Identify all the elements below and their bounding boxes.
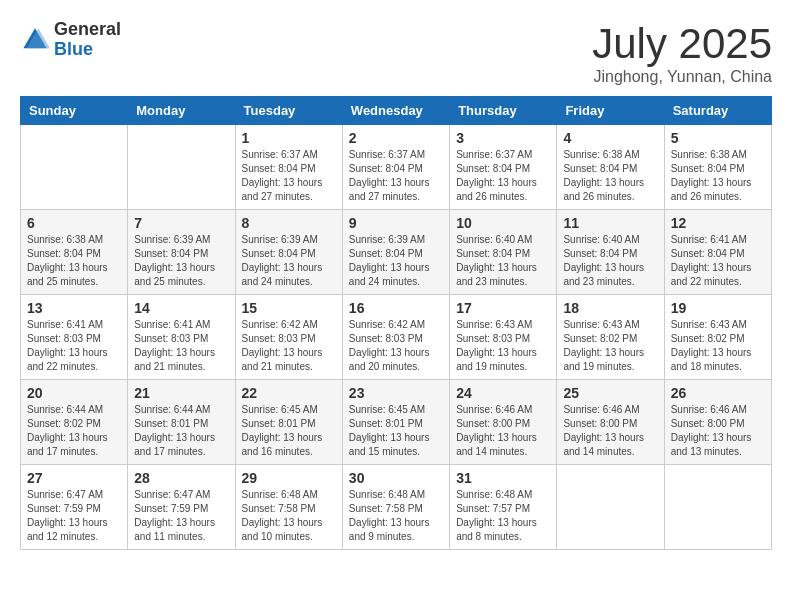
day-cell: 16Sunrise: 6:42 AM Sunset: 8:03 PM Dayli… (342, 295, 449, 380)
day-cell: 12Sunrise: 6:41 AM Sunset: 8:04 PM Dayli… (664, 210, 771, 295)
week-row-5: 27Sunrise: 6:47 AM Sunset: 7:59 PM Dayli… (21, 465, 772, 550)
day-info: Sunrise: 6:47 AM Sunset: 7:59 PM Dayligh… (27, 488, 121, 544)
day-number: 18 (563, 300, 657, 316)
day-cell: 2Sunrise: 6:37 AM Sunset: 8:04 PM Daylig… (342, 125, 449, 210)
day-info: Sunrise: 6:44 AM Sunset: 8:01 PM Dayligh… (134, 403, 228, 459)
day-cell: 26Sunrise: 6:46 AM Sunset: 8:00 PM Dayli… (664, 380, 771, 465)
day-number: 2 (349, 130, 443, 146)
day-info: Sunrise: 6:46 AM Sunset: 8:00 PM Dayligh… (671, 403, 765, 459)
day-number: 14 (134, 300, 228, 316)
day-cell: 5Sunrise: 6:38 AM Sunset: 8:04 PM Daylig… (664, 125, 771, 210)
page-header: General Blue July 2025 Jinghong, Yunnan,… (20, 20, 772, 86)
day-cell: 27Sunrise: 6:47 AM Sunset: 7:59 PM Dayli… (21, 465, 128, 550)
day-number: 31 (456, 470, 550, 486)
day-number: 25 (563, 385, 657, 401)
day-number: 4 (563, 130, 657, 146)
day-cell: 18Sunrise: 6:43 AM Sunset: 8:02 PM Dayli… (557, 295, 664, 380)
day-info: Sunrise: 6:43 AM Sunset: 8:02 PM Dayligh… (671, 318, 765, 374)
day-number: 3 (456, 130, 550, 146)
day-info: Sunrise: 6:48 AM Sunset: 7:57 PM Dayligh… (456, 488, 550, 544)
day-number: 1 (242, 130, 336, 146)
day-number: 17 (456, 300, 550, 316)
week-row-4: 20Sunrise: 6:44 AM Sunset: 8:02 PM Dayli… (21, 380, 772, 465)
day-cell (557, 465, 664, 550)
day-cell: 21Sunrise: 6:44 AM Sunset: 8:01 PM Dayli… (128, 380, 235, 465)
logo: General Blue (20, 20, 121, 60)
day-info: Sunrise: 6:43 AM Sunset: 8:03 PM Dayligh… (456, 318, 550, 374)
day-cell: 11Sunrise: 6:40 AM Sunset: 8:04 PM Dayli… (557, 210, 664, 295)
day-cell: 22Sunrise: 6:45 AM Sunset: 8:01 PM Dayli… (235, 380, 342, 465)
day-number: 23 (349, 385, 443, 401)
day-cell: 13Sunrise: 6:41 AM Sunset: 8:03 PM Dayli… (21, 295, 128, 380)
day-cell: 10Sunrise: 6:40 AM Sunset: 8:04 PM Dayli… (450, 210, 557, 295)
day-info: Sunrise: 6:42 AM Sunset: 8:03 PM Dayligh… (242, 318, 336, 374)
day-number: 11 (563, 215, 657, 231)
header-day-sunday: Sunday (21, 97, 128, 125)
day-cell: 24Sunrise: 6:46 AM Sunset: 8:00 PM Dayli… (450, 380, 557, 465)
day-cell: 20Sunrise: 6:44 AM Sunset: 8:02 PM Dayli… (21, 380, 128, 465)
day-info: Sunrise: 6:39 AM Sunset: 8:04 PM Dayligh… (134, 233, 228, 289)
day-info: Sunrise: 6:40 AM Sunset: 8:04 PM Dayligh… (456, 233, 550, 289)
calendar-table: SundayMondayTuesdayWednesdayThursdayFrid… (20, 96, 772, 550)
day-cell: 7Sunrise: 6:39 AM Sunset: 8:04 PM Daylig… (128, 210, 235, 295)
day-info: Sunrise: 6:46 AM Sunset: 8:00 PM Dayligh… (456, 403, 550, 459)
day-info: Sunrise: 6:43 AM Sunset: 8:02 PM Dayligh… (563, 318, 657, 374)
day-number: 13 (27, 300, 121, 316)
day-cell: 28Sunrise: 6:47 AM Sunset: 7:59 PM Dayli… (128, 465, 235, 550)
calendar-body: 1Sunrise: 6:37 AM Sunset: 8:04 PM Daylig… (21, 125, 772, 550)
day-number: 22 (242, 385, 336, 401)
day-number: 5 (671, 130, 765, 146)
week-row-1: 1Sunrise: 6:37 AM Sunset: 8:04 PM Daylig… (21, 125, 772, 210)
header-day-friday: Friday (557, 97, 664, 125)
day-info: Sunrise: 6:48 AM Sunset: 7:58 PM Dayligh… (349, 488, 443, 544)
day-info: Sunrise: 6:38 AM Sunset: 8:04 PM Dayligh… (671, 148, 765, 204)
day-info: Sunrise: 6:42 AM Sunset: 8:03 PM Dayligh… (349, 318, 443, 374)
day-cell: 25Sunrise: 6:46 AM Sunset: 8:00 PM Dayli… (557, 380, 664, 465)
day-number: 6 (27, 215, 121, 231)
day-cell: 31Sunrise: 6:48 AM Sunset: 7:57 PM Dayli… (450, 465, 557, 550)
logo-icon (20, 25, 50, 55)
location-subtitle: Jinghong, Yunnan, China (592, 68, 772, 86)
day-number: 27 (27, 470, 121, 486)
day-cell: 19Sunrise: 6:43 AM Sunset: 8:02 PM Dayli… (664, 295, 771, 380)
day-info: Sunrise: 6:48 AM Sunset: 7:58 PM Dayligh… (242, 488, 336, 544)
day-info: Sunrise: 6:41 AM Sunset: 8:04 PM Dayligh… (671, 233, 765, 289)
header-day-wednesday: Wednesday (342, 97, 449, 125)
month-title: July 2025 (592, 20, 772, 68)
day-info: Sunrise: 6:37 AM Sunset: 8:04 PM Dayligh… (242, 148, 336, 204)
day-number: 15 (242, 300, 336, 316)
day-cell (21, 125, 128, 210)
calendar-header: SundayMondayTuesdayWednesdayThursdayFrid… (21, 97, 772, 125)
logo-general: General (54, 20, 121, 40)
day-cell: 29Sunrise: 6:48 AM Sunset: 7:58 PM Dayli… (235, 465, 342, 550)
day-info: Sunrise: 6:39 AM Sunset: 8:04 PM Dayligh… (349, 233, 443, 289)
logo-text: General Blue (54, 20, 121, 60)
day-info: Sunrise: 6:37 AM Sunset: 8:04 PM Dayligh… (456, 148, 550, 204)
day-info: Sunrise: 6:41 AM Sunset: 8:03 PM Dayligh… (134, 318, 228, 374)
day-cell (664, 465, 771, 550)
day-cell: 30Sunrise: 6:48 AM Sunset: 7:58 PM Dayli… (342, 465, 449, 550)
header-day-monday: Monday (128, 97, 235, 125)
day-info: Sunrise: 6:38 AM Sunset: 8:04 PM Dayligh… (27, 233, 121, 289)
header-day-saturday: Saturday (664, 97, 771, 125)
title-block: July 2025 Jinghong, Yunnan, China (592, 20, 772, 86)
day-info: Sunrise: 6:38 AM Sunset: 8:04 PM Dayligh… (563, 148, 657, 204)
day-info: Sunrise: 6:39 AM Sunset: 8:04 PM Dayligh… (242, 233, 336, 289)
week-row-2: 6Sunrise: 6:38 AM Sunset: 8:04 PM Daylig… (21, 210, 772, 295)
day-cell: 15Sunrise: 6:42 AM Sunset: 8:03 PM Dayli… (235, 295, 342, 380)
day-number: 26 (671, 385, 765, 401)
day-number: 8 (242, 215, 336, 231)
logo-blue: Blue (54, 40, 121, 60)
day-cell (128, 125, 235, 210)
day-info: Sunrise: 6:46 AM Sunset: 8:00 PM Dayligh… (563, 403, 657, 459)
day-cell: 4Sunrise: 6:38 AM Sunset: 8:04 PM Daylig… (557, 125, 664, 210)
day-number: 19 (671, 300, 765, 316)
day-number: 29 (242, 470, 336, 486)
day-cell: 23Sunrise: 6:45 AM Sunset: 8:01 PM Dayli… (342, 380, 449, 465)
day-cell: 14Sunrise: 6:41 AM Sunset: 8:03 PM Dayli… (128, 295, 235, 380)
day-number: 21 (134, 385, 228, 401)
day-info: Sunrise: 6:44 AM Sunset: 8:02 PM Dayligh… (27, 403, 121, 459)
day-number: 7 (134, 215, 228, 231)
day-number: 28 (134, 470, 228, 486)
day-number: 16 (349, 300, 443, 316)
